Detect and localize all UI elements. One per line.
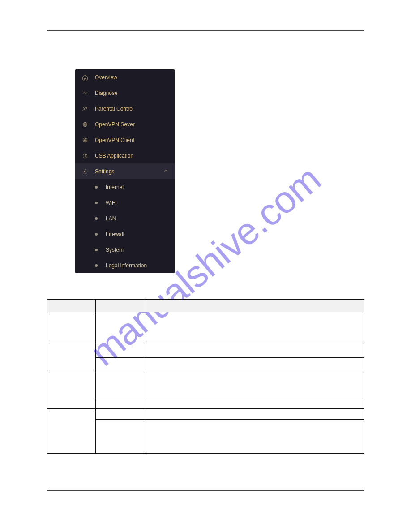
sidebar-item-label: OpenVPN Client xyxy=(95,137,170,143)
globe-icon xyxy=(81,137,89,144)
sidebar-subitem-label: Legal information xyxy=(106,262,147,269)
sidebar-item-parental-control[interactable]: Parental Control xyxy=(75,101,175,116)
sidebar-subitem-label: Internet xyxy=(106,184,124,190)
description-table xyxy=(47,299,364,454)
sidebar-item-diagnose[interactable]: Diagnose xyxy=(75,85,175,101)
gear-icon xyxy=(81,168,89,175)
bullet-icon xyxy=(95,202,98,204)
table-cell xyxy=(145,420,364,454)
table-cell xyxy=(145,398,364,409)
table-cell xyxy=(96,372,145,398)
table-cell xyxy=(47,372,96,409)
gauge-icon xyxy=(81,90,89,97)
table-row xyxy=(47,372,364,398)
people-icon xyxy=(81,105,89,112)
sidebar-item-openvpn-client[interactable]: OpenVPN Client xyxy=(75,132,175,148)
sidebar-subitem-internet[interactable]: Internet xyxy=(75,179,175,195)
sidebar-subitem-label: Firewall xyxy=(106,231,124,237)
svg-point-1 xyxy=(86,107,87,108)
bullet-icon xyxy=(95,186,98,189)
sidebar-item-label: Overview xyxy=(95,74,170,81)
table-row xyxy=(47,409,364,420)
sidebar-item-label: Diagnose xyxy=(95,90,170,96)
sidebar-subitem-label: WiFi xyxy=(106,200,116,206)
bullet-icon xyxy=(95,217,98,220)
router-sidebar-screenshot: Overview Diagnose Parental Control OpenV… xyxy=(75,69,175,273)
bullet-icon xyxy=(95,249,98,251)
sidebar-subitem-lan[interactable]: LAN xyxy=(75,210,175,226)
table-cell xyxy=(145,343,364,358)
sidebar-item-usb-application[interactable]: USB Application xyxy=(75,148,175,163)
sidebar-item-label: Settings xyxy=(95,168,163,175)
table-cell xyxy=(145,372,364,398)
sidebar-subitem-legal-information[interactable]: Legal information xyxy=(75,257,175,273)
table-cell xyxy=(47,343,96,372)
usb-icon xyxy=(81,152,89,159)
table-cell xyxy=(47,409,96,454)
sidebar-item-overview[interactable]: Overview xyxy=(75,69,175,85)
home-icon xyxy=(81,74,89,81)
sidebar-item-openvpn-server[interactable]: OpenVPN Sever xyxy=(75,116,175,132)
table-header-cell xyxy=(47,300,96,312)
table-header-cell xyxy=(145,300,364,312)
bullet-icon xyxy=(95,264,98,267)
table-header-row xyxy=(47,300,364,312)
table-cell xyxy=(96,358,145,372)
table-cell xyxy=(145,358,364,372)
sidebar-item-label: USB Application xyxy=(95,153,170,159)
sidebar-item-settings[interactable]: Settings xyxy=(75,163,175,179)
table-cell xyxy=(145,312,364,343)
globe-icon xyxy=(81,121,89,128)
sidebar-subitem-firewall[interactable]: Firewall xyxy=(75,226,175,242)
sidebar-item-label: Parental Control xyxy=(95,106,170,112)
table-row xyxy=(47,343,364,358)
chevron-up-icon xyxy=(163,168,170,175)
bottom-rule xyxy=(47,490,364,491)
sidebar-subitem-wifi[interactable]: WiFi xyxy=(75,195,175,210)
table-cell xyxy=(96,409,145,420)
sidebar-subitem-label: System xyxy=(106,247,124,253)
table-cell xyxy=(96,343,145,358)
table-cell xyxy=(145,409,364,420)
svg-point-5 xyxy=(84,171,86,172)
sidebar-subitem-label: LAN xyxy=(106,215,116,222)
document-page: manualshive.com Overview Diagnose Parent… xyxy=(0,0,411,532)
sidebar-subitem-system[interactable]: System xyxy=(75,242,175,257)
table-row xyxy=(47,312,364,343)
sidebar-item-label: OpenVPN Sever xyxy=(95,121,170,128)
top-rule xyxy=(47,30,364,31)
table-cell xyxy=(96,312,145,343)
svg-point-0 xyxy=(84,107,86,108)
table-cell xyxy=(96,420,145,454)
bullet-icon xyxy=(95,233,98,236)
table-cell xyxy=(47,312,96,343)
table-header-cell xyxy=(96,300,145,312)
table-cell xyxy=(96,398,145,409)
